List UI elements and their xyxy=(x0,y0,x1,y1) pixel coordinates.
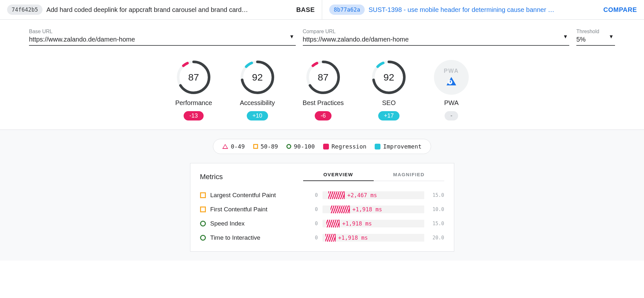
compare-side: 8b77a62a SUST-1398 - use mobile header f… xyxy=(322,0,644,19)
svg-text:92: 92 xyxy=(383,72,394,82)
legend-fail: 0-49 xyxy=(222,143,245,150)
tab-overview[interactable]: OVERVIEW xyxy=(303,172,374,181)
regression-swatch-icon xyxy=(323,144,329,149)
gauge-ring: 92 xyxy=(371,60,406,95)
circle-icon xyxy=(200,221,206,226)
compare-hash-chip[interactable]: 8b77a62a xyxy=(329,5,365,15)
compare-tag[interactable]: COMPARE xyxy=(603,6,637,14)
gauge-delta-badge: -6 xyxy=(315,111,332,120)
metric-name: Time to Interactive xyxy=(210,234,307,241)
metric-row: First Contentful Paint 0 +1,918 ms 10.0 xyxy=(200,202,444,216)
metric-bar: +1,918 ms xyxy=(322,234,424,242)
gauge-best-practices: 87 Best Practices -6 xyxy=(303,60,344,120)
legend-regression: Regression xyxy=(323,143,366,150)
improvement-swatch-icon xyxy=(375,144,380,149)
metric-delta-label: +1,918 ms xyxy=(340,220,372,227)
square-icon xyxy=(200,207,206,212)
base-url-select[interactable]: Base URL https://www.zalando.de/damen-ho… xyxy=(29,29,296,46)
axis-max: 10.0 xyxy=(429,207,444,212)
metric-delta-bar xyxy=(325,234,336,242)
axis-max: 15.0 xyxy=(429,192,444,198)
gauge-performance: 87 Performance -13 xyxy=(175,60,212,120)
tab-magnified[interactable]: MAGNIFIED xyxy=(374,172,444,181)
gauge-delta-badge: -13 xyxy=(184,111,204,120)
legend-pass-label: 90-100 xyxy=(294,143,315,150)
square-icon xyxy=(253,144,258,149)
circle-icon xyxy=(200,235,206,241)
metric-row: Time to Interactive 0 +1,918 ms 20.0 xyxy=(200,231,444,245)
metric-row: Largest Contentful Paint 0 +2,467 ms 15.… xyxy=(200,188,444,202)
metric-name: First Contentful Paint xyxy=(210,206,307,213)
circle-icon xyxy=(286,144,291,149)
legend-improvement: Improvement xyxy=(375,143,421,150)
metrics-card: Metrics OVERVIEW MAGNIFIED Largest Conte… xyxy=(190,163,454,252)
base-url-label: Base URL xyxy=(29,29,296,34)
compare-commit-message[interactable]: SUST-1398 - use mobile header for determ… xyxy=(369,6,600,14)
base-tag: BASE xyxy=(296,6,315,14)
base-side: 74f642b5 Add hard coded deeplink for app… xyxy=(0,0,322,19)
metrics-title: Metrics xyxy=(200,173,303,181)
gauge-delta-badge: - xyxy=(445,111,458,120)
svg-text:87: 87 xyxy=(188,72,199,82)
legend-improvement-label: Improvement xyxy=(383,143,421,150)
metric-bar: +2,467 ms xyxy=(322,191,424,199)
gauge-delta-badge: +10 xyxy=(247,111,268,120)
base-commit-message: Add hard coded deeplink for appcraft bra… xyxy=(46,6,293,14)
chevron-down-icon: ▼ xyxy=(289,34,294,40)
gauge-label: Best Practices xyxy=(303,99,344,107)
svg-text:92: 92 xyxy=(252,72,263,82)
compare-url-select[interactable]: Compare URL https://www.zalando.de/damen… xyxy=(303,29,570,46)
square-icon xyxy=(200,192,206,198)
gauge-ring: 87 xyxy=(176,60,211,95)
gauge-label: PWA xyxy=(444,99,459,107)
metric-delta-bar xyxy=(328,191,345,199)
chevron-down-icon: ▼ xyxy=(563,34,568,40)
threshold-select[interactable]: Threshold 5% ▼ xyxy=(576,29,615,46)
compare-header: 74f642b5 Add hard coded deeplink for app… xyxy=(0,0,644,20)
gauge-delta-badge: +17 xyxy=(378,111,400,120)
metric-bar: +1,918 ms xyxy=(322,220,424,227)
axis-min: 0 xyxy=(312,221,318,226)
metrics-tabs: OVERVIEW MAGNIFIED xyxy=(303,172,444,181)
base-url-value: https://www.zalando.de/damen-home xyxy=(29,36,296,45)
legend-regression-label: Regression xyxy=(332,143,366,150)
svg-text:87: 87 xyxy=(318,72,329,82)
gauge-ring: 92 xyxy=(240,60,275,95)
axis-min: 0 xyxy=(312,207,318,212)
legend-mid: 50-89 xyxy=(253,143,278,150)
axis-max: 20.0 xyxy=(429,235,444,241)
legend-pass: 90-100 xyxy=(286,143,315,150)
metric-delta-bar xyxy=(331,206,350,213)
gauge-label: Accessibility xyxy=(240,99,275,107)
metric-delta-label: +2,467 ms xyxy=(345,192,377,198)
legend-fail-label: 0-49 xyxy=(231,143,245,150)
score-legend: 0-49 50-89 90-100 Regression Improvement xyxy=(213,139,431,154)
compare-url-label: Compare URL xyxy=(303,29,570,34)
gauge-accessibility: 92 Accessibility +10 xyxy=(240,60,275,120)
url-form-row: Base URL https://www.zalando.de/damen-ho… xyxy=(0,20,644,48)
metric-delta-label: +1,918 ms xyxy=(336,235,368,241)
axis-min: 0 xyxy=(312,235,318,241)
pwa-icon: PWA xyxy=(434,60,469,95)
gauge-seo: 92 SEO +17 xyxy=(371,60,406,120)
metric-delta-bar xyxy=(326,220,340,227)
gauge-label: SEO xyxy=(382,99,396,107)
chevron-down-icon: ▼ xyxy=(609,34,614,40)
axis-min: 0 xyxy=(312,192,318,198)
gauge-label: Performance xyxy=(175,99,212,107)
gauge-ring: 87 xyxy=(306,60,341,95)
compare-url-value: https://www.zalando.de/damen-home xyxy=(303,36,570,45)
legend-mid-label: 50-89 xyxy=(261,143,278,150)
metric-name: Largest Contentful Paint xyxy=(210,192,307,199)
triangle-icon xyxy=(222,144,228,149)
metric-bar: +1,918 ms xyxy=(322,206,424,213)
metric-name: Speed Index xyxy=(210,220,307,227)
gauge-pwa: PWA PWA - xyxy=(434,60,469,120)
axis-max: 15.0 xyxy=(429,221,444,226)
metric-delta-label: +1,918 ms xyxy=(350,206,382,213)
metric-row: Speed Index 0 +1,918 ms 15.0 xyxy=(200,216,444,231)
lower-section: 0-49 50-89 90-100 Regression Improvement… xyxy=(0,130,644,261)
base-hash-chip[interactable]: 74f642b5 xyxy=(7,5,43,15)
category-gauges: 87 Performance -13 92 Accessibility +10 … xyxy=(0,48,644,130)
